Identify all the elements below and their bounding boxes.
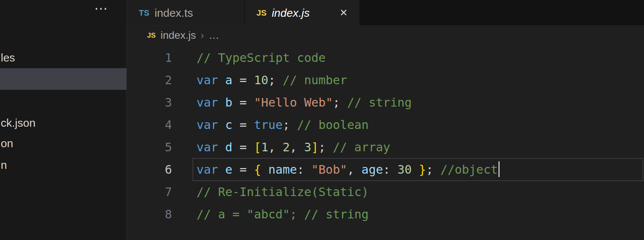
- code-token: ]: [311, 140, 318, 154]
- code-token: [218, 73, 225, 87]
- tab-label: index.ts: [154, 7, 193, 19]
- tab-label: index.js: [272, 7, 310, 19]
- code-text: var b = "Hello Web"; // string: [197, 91, 412, 114]
- code-token: [218, 140, 225, 154]
- line-number: 2: [127, 69, 172, 91]
- explorer-selected-item[interactable]: [0, 68, 127, 90]
- code-text: // Re-Initialize(Static): [197, 181, 369, 203]
- code-token: var: [197, 162, 218, 177]
- code-token: // Re-Initialize(Static): [197, 185, 369, 199]
- breadcrumb-separator-icon: ›: [201, 30, 204, 41]
- code-text: var e = { name: "Bob", age: 30 }; //obje…: [197, 158, 500, 181]
- code-token: // TypeScript code: [197, 51, 326, 65]
- code-token: var: [197, 140, 218, 154]
- breadcrumb-file[interactable]: index.js: [160, 29, 196, 41]
- code-line[interactable]: 1// TypeScript code: [127, 47, 644, 69]
- explorer-file-item[interactable]: on: [1, 136, 13, 151]
- code-token: ;: [283, 118, 297, 132]
- line-number: 8: [127, 203, 172, 225]
- code-token: ;: [333, 95, 347, 110]
- javascript-file-icon: JS: [147, 31, 156, 40]
- code-token: //object: [440, 162, 498, 177]
- code-token: "Bob": [311, 162, 347, 177]
- explorer-file-item[interactable]: ck.json: [1, 115, 35, 131]
- javascript-file-icon: JS: [256, 8, 267, 18]
- explorer-sidebar: ⋯ les ck.json on n: [0, 0, 127, 240]
- code-token: // a = "abcd"; // string: [197, 207, 369, 221]
- line-number: 5: [127, 136, 172, 158]
- code-token: 10: [254, 73, 268, 87]
- code-token: // boolean: [297, 118, 369, 132]
- code-lines: 1// TypeScript code2var a = 10; // numbe…: [127, 47, 644, 240]
- code-token: 2: [283, 140, 290, 154]
- code-token: ,: [268, 140, 283, 154]
- code-text: var d = [1, 2, 3]; // array: [197, 136, 390, 158]
- code-line[interactable]: 3var b = "Hello Web"; // string: [127, 91, 644, 114]
- tab-index-ts[interactable]: TS index.ts: [127, 0, 245, 26]
- code-token: [412, 162, 419, 177]
- code-token: "Hello Web": [254, 95, 333, 110]
- code-token: ;: [426, 162, 441, 177]
- code-token: a: [225, 73, 232, 87]
- typescript-file-icon: TS: [139, 8, 149, 18]
- code-line[interactable]: 2var a = 10; // number: [127, 69, 644, 91]
- code-token: name: [268, 162, 297, 177]
- code-line[interactable]: 6var e = { name: "Bob", age: 30 }; //obj…: [127, 158, 644, 181]
- close-tab-icon[interactable]: ✕: [339, 7, 348, 19]
- tab-index-js[interactable]: JS index.js ✕: [245, 0, 360, 26]
- code-line[interactable]: 4var c = true; // boolean: [127, 114, 644, 136]
- code-token: :: [383, 162, 398, 177]
- code-line[interactable]: 7// Re-Initialize(Static): [127, 181, 644, 203]
- breadcrumb-symbol[interactable]: …: [209, 29, 219, 41]
- line-number: 1: [127, 47, 172, 69]
- code-line[interactable]: 8// a = "abcd"; // string: [127, 203, 644, 225]
- code-token: b: [225, 95, 232, 110]
- breadcrumb: JS index.js › …: [127, 26, 644, 45]
- editor-group: TS index.ts JS index.js ✕ JS index.js › …: [127, 0, 644, 240]
- code-text: var a = 10; // number: [197, 69, 347, 91]
- code-line[interactable]: 5var d = [1, 2, 3]; // array: [127, 136, 644, 158]
- code-token: [218, 118, 225, 132]
- text-cursor: [498, 161, 500, 177]
- code-token: // array: [333, 140, 390, 154]
- code-token: :: [297, 162, 312, 177]
- more-actions-icon[interactable]: ⋯: [94, 0, 108, 17]
- code-token: c: [225, 118, 232, 132]
- code-token: ;: [268, 73, 283, 87]
- explorer-file-item[interactable]: les: [1, 50, 15, 66]
- code-token: // string: [347, 95, 412, 110]
- code-token: // number: [283, 73, 347, 87]
- code-token: 3: [304, 140, 311, 154]
- code-token: =: [232, 73, 254, 87]
- code-token: =: [232, 118, 254, 132]
- code-token: =: [232, 140, 254, 154]
- code-token: {: [254, 162, 261, 177]
- code-token: var: [197, 73, 218, 87]
- code-token: }: [419, 162, 426, 177]
- code-token: ,: [290, 140, 304, 154]
- code-token: ,: [347, 162, 362, 177]
- explorer-file-item[interactable]: n: [1, 157, 7, 173]
- line-number: 3: [127, 91, 172, 114]
- code-token: d: [225, 140, 232, 154]
- code-token: 1: [261, 140, 268, 154]
- tab-bar: TS index.ts JS index.js ✕: [127, 0, 644, 26]
- code-token: true: [254, 118, 283, 132]
- vscode-window: ⋯ les ck.json on n TS index.ts JS index.…: [0, 0, 644, 240]
- code-token: var: [197, 95, 218, 110]
- code-token: e: [225, 162, 232, 177]
- code-text: var c = true; // boolean: [197, 114, 369, 136]
- code-token: [218, 162, 225, 177]
- code-token: [: [254, 140, 261, 154]
- code-token: age: [361, 162, 383, 177]
- code-token: =: [232, 95, 254, 110]
- code-text: // a = "abcd"; // string: [197, 203, 369, 225]
- code-token: 30: [397, 162, 412, 177]
- line-number: 4: [127, 114, 172, 136]
- line-number: 7: [127, 181, 172, 203]
- code-token: [261, 162, 268, 177]
- code-token: ;: [319, 140, 333, 154]
- line-number: 6: [127, 158, 172, 181]
- code-text: // TypeScript code: [197, 47, 326, 69]
- code-token: var: [197, 118, 218, 132]
